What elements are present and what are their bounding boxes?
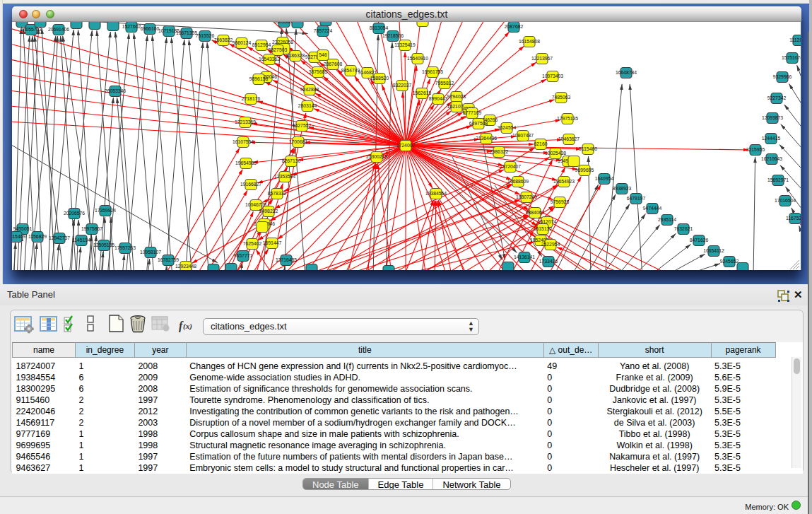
svg-text:19654923: 19654923 (553, 179, 575, 184)
svg-text:15640910: 15640910 (407, 56, 428, 61)
svg-text:14136141: 14136141 (514, 255, 535, 259)
svg-text:7955812: 7955812 (435, 81, 454, 86)
svg-text:16961755: 16961755 (422, 69, 443, 74)
svg-text:9227342: 9227342 (767, 95, 787, 100)
svg-text:10688609: 10688609 (507, 179, 529, 184)
svg-text:6479197: 6479197 (627, 196, 646, 201)
svg-text:6966160: 6966160 (141, 26, 160, 31)
svg-text:8578332: 8578332 (268, 191, 287, 196)
svg-text:16154808: 16154808 (519, 39, 540, 44)
svg-text:8267130: 8267130 (282, 158, 301, 163)
svg-text:9660124: 9660124 (233, 40, 252, 45)
svg-text:19166827: 19166827 (240, 182, 261, 187)
svg-text:13716485: 13716485 (276, 257, 297, 262)
svg-text:12942737: 12942737 (49, 235, 70, 240)
svg-text:20691406: 20691406 (48, 27, 69, 32)
svg-text:1145194: 1145194 (72, 238, 90, 243)
svg-text:17359924: 17359924 (95, 208, 116, 213)
svg-text:10807487: 10807487 (512, 133, 534, 138)
svg-text:8186328: 8186328 (286, 53, 305, 58)
svg-text:9242848: 9242848 (300, 87, 319, 92)
svg-text:12093873: 12093873 (762, 115, 783, 120)
svg-text:1700681: 1700681 (289, 139, 308, 144)
svg-text:7632621: 7632621 (674, 226, 693, 231)
svg-text:9896158: 9896158 (249, 76, 269, 81)
svg-text:6497508: 6497508 (469, 121, 488, 126)
svg-text:2522954: 2522954 (541, 242, 560, 247)
svg-text:3875685: 3875685 (309, 69, 328, 74)
svg-text:19463627: 19463627 (558, 136, 579, 141)
svg-text:1244415: 1244415 (762, 136, 781, 141)
svg-text:9474444: 9474444 (643, 206, 662, 211)
svg-text:14055713: 14055713 (20, 27, 42, 32)
svg-text:21364436: 21364436 (476, 136, 497, 141)
svg-text:16782759: 16782759 (158, 257, 179, 262)
svg-text:16671355: 16671355 (176, 30, 197, 35)
svg-text:19218506: 19218506 (382, 33, 404, 38)
svg-text:8990443: 8990443 (429, 96, 448, 101)
svg-text:8322037: 8322037 (393, 83, 412, 88)
svg-text:9756928: 9756928 (551, 199, 570, 204)
svg-text:2803144: 2803144 (298, 103, 317, 108)
svg-text:10958107: 10958107 (140, 250, 161, 255)
svg-text:1640954: 1640954 (595, 176, 614, 181)
svg-text:8813054: 8813054 (370, 25, 389, 30)
svg-text:12353594: 12353594 (274, 174, 295, 179)
svg-text:3215955: 3215955 (746, 147, 765, 152)
svg-text:7515526: 7515526 (196, 33, 215, 38)
svg-text:7986322: 7986322 (490, 149, 509, 154)
svg-text:8912954: 8912954 (252, 42, 271, 47)
svg-text:1733426: 1733426 (539, 259, 558, 264)
svg-text:9777169: 9777169 (463, 110, 482, 115)
svg-text:12213369: 12213369 (235, 119, 256, 124)
svg-text:8454749: 8454749 (341, 68, 360, 73)
svg-text:9827503: 9827503 (269, 47, 288, 52)
svg-text:1167533: 1167533 (786, 216, 801, 221)
svg-text:16648784: 16648784 (616, 70, 637, 75)
svg-text:1615132: 1615132 (534, 226, 553, 231)
svg-text:1691447: 1691447 (263, 240, 282, 245)
svg-text:(x): (x) (183, 322, 192, 331)
svg-text:9115460: 9115460 (579, 146, 597, 151)
svg-text:2718176: 2718176 (242, 96, 261, 101)
svg-text:18807249: 18807249 (516, 194, 537, 199)
svg-text:8938923: 8938923 (613, 186, 632, 191)
svg-text:9329966: 9329966 (773, 74, 792, 79)
svg-text:15751074: 15751074 (782, 55, 801, 60)
svg-text:17016504: 17016504 (775, 198, 796, 203)
svg-text:11325419: 11325419 (394, 42, 416, 47)
svg-text:17957263: 17957263 (114, 245, 136, 250)
svg-text:20206576: 20206576 (64, 211, 85, 216)
svg-text:62160: 62160 (534, 141, 548, 146)
svg-text:17975135: 17975135 (557, 116, 578, 121)
svg-text:7857224: 7857224 (314, 28, 333, 33)
svg-text:19975867: 19975867 (81, 226, 102, 231)
svg-text:1527602: 1527602 (122, 24, 141, 29)
svg-text:1588520: 1588520 (370, 76, 389, 81)
svg-text:1724007: 1724007 (396, 143, 416, 148)
svg-text:1112893: 1112893 (789, 37, 801, 42)
svg-text:3915469: 3915469 (12, 234, 25, 239)
svg-text:10025438: 10025438 (545, 151, 566, 156)
svg-text:15720407: 15720407 (500, 164, 521, 169)
svg-text:9699695: 9699695 (575, 168, 594, 173)
svg-text:16543362: 16543362 (259, 57, 280, 62)
svg-text:5498222: 5498222 (259, 209, 278, 214)
svg-text:9794028: 9794028 (447, 94, 466, 99)
svg-text:7485063: 7485063 (552, 95, 571, 100)
svg-text:10973493: 10973493 (542, 74, 563, 78)
svg-text:26053346: 26053346 (105, 88, 126, 93)
svg-text:1156829: 1156829 (28, 234, 47, 239)
svg-text:9884067: 9884067 (526, 210, 545, 215)
svg-text:25300215: 25300215 (366, 154, 387, 159)
svg-text:9245652: 9245652 (720, 259, 739, 264)
svg-text:3624554: 3624554 (498, 125, 517, 130)
svg-text:15692971: 15692971 (767, 177, 789, 182)
svg-text:19384554: 19384554 (425, 191, 447, 196)
svg-text:8427552: 8427552 (293, 123, 312, 128)
svg-text:16107554: 16107554 (233, 139, 254, 144)
svg-text:16210643: 16210643 (761, 156, 782, 161)
svg-text:12923448: 12923448 (175, 264, 196, 269)
svg-text:7663822: 7663822 (214, 37, 233, 42)
svg-text:7625402: 7625402 (243, 241, 262, 246)
